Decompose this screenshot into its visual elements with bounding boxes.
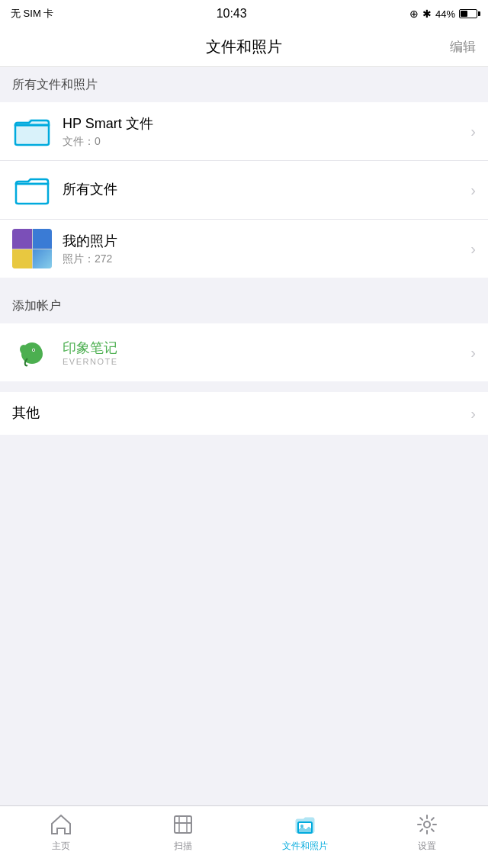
hp-smart-title: HP Smart 文件 xyxy=(63,114,464,133)
list-item-hp-smart[interactable]: HP Smart 文件 文件：0 › xyxy=(0,102,488,161)
svg-point-2 xyxy=(20,345,27,354)
tab-home-label: 主页 xyxy=(52,840,70,853)
evernote-subtitle: EVERNOTE xyxy=(63,357,464,366)
settings-icon xyxy=(415,812,439,837)
svg-point-11 xyxy=(424,821,430,828)
status-right: ⊕ ✱ 44% xyxy=(409,8,477,20)
list-item-all-files[interactable]: 所有文件 › xyxy=(0,161,488,220)
evernote-chevron-icon: › xyxy=(470,344,476,362)
other-title: 其他 xyxy=(12,403,464,422)
tab-scan[interactable]: 扫描 xyxy=(122,812,244,853)
svg-point-4 xyxy=(33,349,34,351)
list-item-evernote[interactable]: 印象笔记 EVERNOTE › xyxy=(0,323,488,381)
battery-icon xyxy=(459,9,477,18)
home-icon xyxy=(49,812,73,837)
tab-files-label: 文件和照片 xyxy=(282,840,328,853)
tab-bar: 主页 扫描 文件和照片 xyxy=(0,805,488,868)
hp-smart-chevron-icon: › xyxy=(470,123,476,140)
hp-smart-folder-icon xyxy=(12,111,52,151)
all-files-folder-icon xyxy=(12,170,52,210)
bluetooth-icon: ✱ xyxy=(422,8,432,20)
time-label: 10:43 xyxy=(217,7,247,21)
edit-button[interactable]: 编辑 xyxy=(450,38,476,56)
nav-header: 文件和照片 编辑 xyxy=(0,27,488,67)
evernote-content: 印象笔记 EVERNOTE xyxy=(63,339,464,366)
tab-files[interactable]: 文件和照片 xyxy=(244,812,366,853)
all-files-list: HP Smart 文件 文件：0 › 所有文件 › xyxy=(0,102,488,278)
my-photos-title: 我的照片 xyxy=(63,232,464,250)
carrier-label: 无 SIM 卡 xyxy=(11,7,53,21)
list-item-my-photos[interactable]: 我的照片 照片：272 › xyxy=(0,220,488,278)
tab-settings[interactable]: 设置 xyxy=(366,812,488,853)
all-files-content: 所有文件 xyxy=(63,180,464,201)
all-files-chevron-icon: › xyxy=(470,182,476,199)
evernote-icon xyxy=(12,333,52,372)
all-files-title: 所有文件 xyxy=(63,180,464,198)
svg-rect-5 xyxy=(175,816,191,833)
scan-icon xyxy=(171,812,195,837)
hp-smart-content: HP Smart 文件 文件：0 xyxy=(63,114,464,149)
my-photos-thumb-icon xyxy=(12,229,52,268)
list-item-other[interactable]: 其他 › xyxy=(0,392,488,435)
tab-settings-label: 设置 xyxy=(418,840,436,853)
files-icon xyxy=(293,812,317,837)
my-photos-subtitle: 照片：272 xyxy=(63,252,464,266)
my-photos-content: 我的照片 照片：272 xyxy=(63,232,464,266)
hp-smart-subtitle: 文件：0 xyxy=(63,135,464,149)
evernote-name: 印象笔记 xyxy=(63,339,117,357)
other-chevron-icon: › xyxy=(470,405,476,423)
other-list: 其他 › xyxy=(0,392,488,435)
my-photos-chevron-icon: › xyxy=(470,240,476,258)
battery-percent: 44% xyxy=(435,8,455,20)
section-header-add-account: 添加帐户 xyxy=(0,288,488,323)
tab-home[interactable]: 主页 xyxy=(0,812,122,853)
add-account-list: 印象笔记 EVERNOTE › xyxy=(0,323,488,381)
page-title: 文件和照片 xyxy=(206,37,282,57)
status-bar: 无 SIM 卡 10:43 ⊕ ✱ 44% xyxy=(0,0,488,27)
lock-icon: ⊕ xyxy=(409,8,419,20)
other-content: 其他 xyxy=(12,403,464,424)
section-header-all-files: 所有文件和照片 xyxy=(0,67,488,102)
tab-scan-label: 扫描 xyxy=(174,840,192,853)
